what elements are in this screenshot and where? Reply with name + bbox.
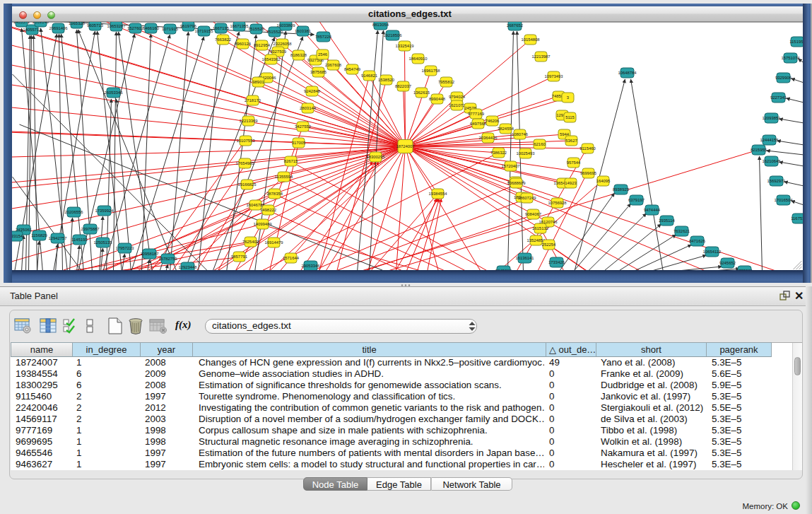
svg-text:252254: 252254 bbox=[541, 243, 555, 247]
svg-text:1362615: 1362615 bbox=[413, 90, 430, 95]
svg-text:7515520: 7515520 bbox=[266, 30, 283, 34]
svg-text:19166825: 19166825 bbox=[237, 182, 257, 187]
svg-text:11355594: 11355594 bbox=[274, 175, 293, 179]
svg-text:1071915: 1071915 bbox=[162, 27, 179, 31]
svg-text:18640910: 18640910 bbox=[408, 57, 428, 61]
svg-text:16961758: 16961758 bbox=[421, 69, 440, 73]
svg-text:9245012: 9245012 bbox=[495, 269, 512, 270]
svg-text:2718170: 2718170 bbox=[245, 98, 261, 103]
svg-text:12093851: 12093851 bbox=[762, 116, 780, 120]
svg-text:1405571: 1405571 bbox=[13, 22, 30, 24]
svg-text:746206: 746206 bbox=[485, 119, 499, 123]
svg-text:6466160: 6466160 bbox=[143, 26, 160, 30]
svg-text:16671355: 16671355 bbox=[230, 24, 249, 28]
svg-text:8454749: 8454749 bbox=[344, 67, 360, 71]
svg-text:6379197: 6379197 bbox=[628, 198, 645, 202]
svg-text:8471626: 8471626 bbox=[689, 239, 706, 243]
svg-text:164095: 164095 bbox=[596, 179, 610, 183]
svg-text:9115460: 9115460 bbox=[579, 146, 596, 151]
svg-text:16033809: 16033809 bbox=[276, 23, 295, 28]
svg-text:16543362: 16543362 bbox=[261, 57, 280, 62]
svg-text:8960124: 8960124 bbox=[235, 42, 252, 46]
svg-text:16914479: 16914479 bbox=[264, 240, 283, 245]
svg-text:3875685: 3875685 bbox=[310, 70, 327, 74]
svg-text:19218506: 19218506 bbox=[383, 33, 402, 37]
svg-text:9329906: 9329906 bbox=[775, 76, 792, 80]
svg-text:10719155: 10719155 bbox=[194, 29, 213, 33]
svg-text:8938923: 8938923 bbox=[613, 187, 630, 192]
svg-text:17359924: 17359924 bbox=[95, 209, 114, 213]
svg-text:9777169: 9777169 bbox=[468, 112, 484, 116]
svg-text:7386322: 7386322 bbox=[490, 151, 507, 155]
svg-text:957544: 957544 bbox=[566, 160, 580, 165]
svg-text:12444155: 12444155 bbox=[760, 138, 779, 142]
svg-text:18300295: 18300295 bbox=[366, 155, 385, 159]
svg-text:1538520: 1538520 bbox=[378, 78, 395, 82]
svg-text:18607249: 18607249 bbox=[517, 196, 536, 200]
svg-text:23226058: 23226058 bbox=[273, 42, 292, 46]
svg-text:10107553: 10107553 bbox=[236, 139, 255, 143]
svg-text:8813054: 8813054 bbox=[372, 23, 389, 27]
svg-text:14099489: 14099489 bbox=[253, 222, 271, 226]
svg-text:933154: 933154 bbox=[12, 234, 23, 238]
svg-text:1615132: 1615132 bbox=[532, 226, 548, 230]
svg-text:10973493: 10973493 bbox=[544, 74, 563, 78]
svg-text:10756928: 10756928 bbox=[548, 201, 567, 205]
svg-text:17016504: 17016504 bbox=[774, 198, 793, 202]
svg-text:1733426: 1733426 bbox=[548, 260, 565, 264]
svg-text:317005: 317005 bbox=[291, 141, 305, 145]
svg-text:10025493: 10025493 bbox=[516, 151, 535, 156]
svg-text:13325419: 13325419 bbox=[395, 44, 413, 48]
svg-text:14055712: 14055712 bbox=[23, 28, 41, 32]
svg-text:9857791: 9857791 bbox=[231, 255, 247, 259]
svg-text:17654985: 17654985 bbox=[235, 161, 254, 165]
svg-text:1498222: 1498222 bbox=[260, 208, 276, 212]
svg-text:8912954: 8912954 bbox=[254, 43, 271, 47]
svg-text:2367608: 2367608 bbox=[325, 63, 342, 67]
svg-text:1571644: 1571644 bbox=[283, 256, 300, 260]
svg-text:7625402: 7625402 bbox=[242, 240, 259, 244]
svg-text:1603381: 1603381 bbox=[295, 29, 311, 33]
svg-text:2687652: 2687652 bbox=[507, 23, 523, 28]
svg-text:12213987: 12213987 bbox=[531, 54, 550, 59]
svg-text:1527602: 1527602 bbox=[127, 26, 143, 30]
svg-text:9605713: 9605713 bbox=[87, 23, 104, 28]
svg-text:9474444: 9474444 bbox=[644, 208, 661, 212]
svg-text:12505135: 12505135 bbox=[93, 240, 112, 245]
svg-text:7955812: 7955812 bbox=[438, 80, 454, 84]
svg-text:20691406: 20691406 bbox=[49, 26, 68, 30]
svg-text:9146821: 9146821 bbox=[361, 74, 377, 78]
svg-text:8822037: 8822037 bbox=[395, 84, 411, 88]
svg-text:3427552: 3427552 bbox=[295, 124, 311, 129]
svg-text:62160: 62160 bbox=[534, 142, 546, 146]
svg-text:53627: 53627 bbox=[565, 139, 577, 143]
svg-text:10688609: 10688609 bbox=[507, 181, 525, 185]
svg-text:1733921: 1733921 bbox=[736, 269, 753, 270]
svg-text:12213369: 12213369 bbox=[239, 119, 257, 123]
svg-text:29053346: 29053346 bbox=[301, 264, 320, 268]
svg-text:10154808: 10154808 bbox=[521, 37, 540, 42]
svg-text:98901: 98901 bbox=[252, 80, 264, 84]
svg-text:12923448: 12923448 bbox=[178, 265, 197, 269]
svg-text:1151958: 1151958 bbox=[789, 40, 803, 44]
svg-text:20364436: 20364436 bbox=[478, 136, 498, 140]
svg-text:6497568: 6497568 bbox=[470, 122, 487, 126]
svg-text:19384554: 19384554 bbox=[428, 192, 447, 196]
svg-text:1621072: 1621072 bbox=[449, 103, 465, 107]
svg-text:8186328: 8186328 bbox=[290, 53, 307, 57]
svg-text:9327509: 9327509 bbox=[270, 49, 286, 54]
svg-text:826715: 826715 bbox=[283, 159, 298, 163]
svg-text:3824554: 3824554 bbox=[498, 127, 514, 131]
svg-text:20206556: 20206556 bbox=[64, 210, 83, 214]
svg-text:9794024: 9794024 bbox=[449, 95, 466, 99]
svg-text:7663822: 7663822 bbox=[215, 37, 231, 42]
svg-text:9227341: 9227341 bbox=[770, 95, 787, 100]
svg-text:12942757: 12942757 bbox=[48, 236, 66, 240]
svg-text:2935114: 2935114 bbox=[659, 218, 675, 223]
svg-text:15751074: 15751074 bbox=[781, 56, 800, 60]
svg-text:15720407: 15720407 bbox=[501, 164, 519, 168]
svg-text:5115: 5115 bbox=[565, 115, 575, 119]
svg-text:1080746: 1080746 bbox=[512, 132, 529, 136]
svg-text:10654112: 10654112 bbox=[702, 250, 721, 254]
svg-text:10958187: 10958187 bbox=[140, 252, 158, 256]
